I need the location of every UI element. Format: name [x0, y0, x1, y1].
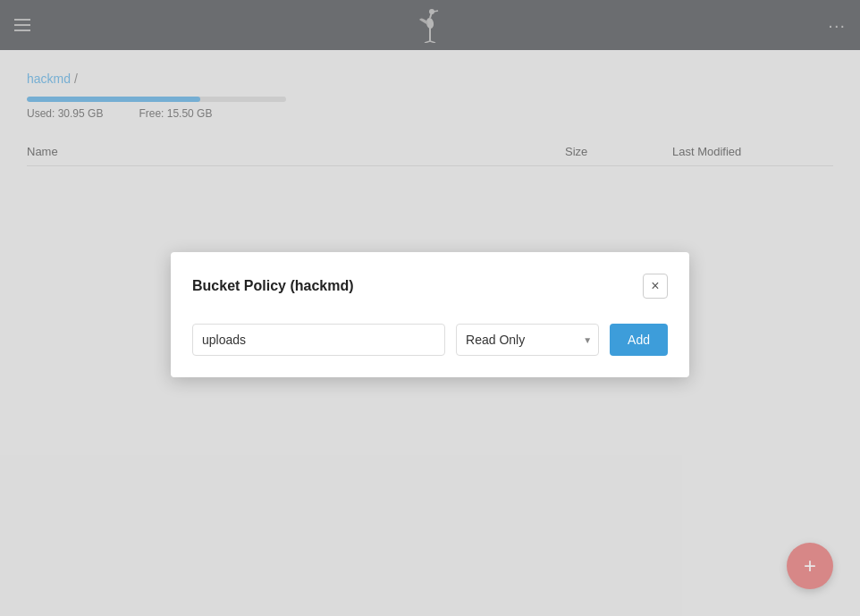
policy-select-wrapper: Read Only Read Write Write Only None ▼: [456, 324, 599, 356]
path-input[interactable]: [192, 324, 445, 356]
bucket-policy-modal: Bucket Policy (hackmd) × Read Only Read …: [171, 252, 689, 377]
modal-header: Bucket Policy (hackmd) ×: [192, 274, 668, 299]
modal-close-button[interactable]: ×: [643, 274, 668, 299]
modal-title: Bucket Policy (hackmd): [192, 278, 354, 294]
policy-select[interactable]: Read Only Read Write Write Only None: [456, 324, 599, 356]
add-button[interactable]: Add: [610, 324, 668, 356]
close-icon: ×: [651, 278, 659, 294]
modal-row: Read Only Read Write Write Only None ▼ A…: [192, 324, 668, 356]
